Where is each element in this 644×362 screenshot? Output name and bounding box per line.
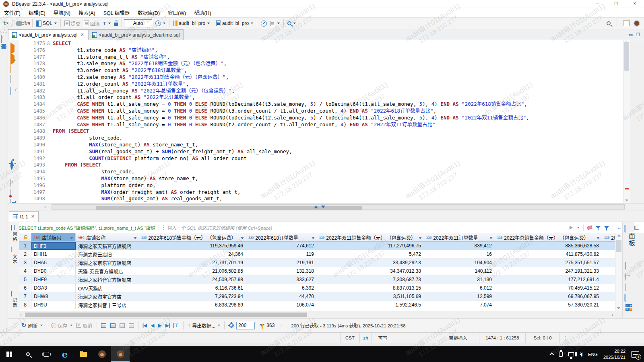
menu-item[interactable]: 文件(F) xyxy=(0,8,25,17)
row-number-cell[interactable]: 7 xyxy=(19,292,31,301)
rollback-button[interactable]: 回滚 xyxy=(82,19,101,28)
record-mode-icon[interactable] xyxy=(11,291,12,296)
grid-corner-cell[interactable] xyxy=(19,233,31,242)
dashboard-button[interactable] xyxy=(259,19,268,28)
grid-cell[interactable]: 411,875,430.82 xyxy=(495,250,602,259)
grid-cell[interactable]: 119,375,959.46 xyxy=(139,242,246,250)
browser-icon[interactable]: e xyxy=(56,346,74,362)
column-filter-icon[interactable] xyxy=(489,237,493,239)
grid-cell[interactable]: 177,212,691.4 xyxy=(495,276,602,284)
grid-cell[interactable]: 57,380,920.21 xyxy=(495,301,602,309)
disconnect-button[interactable]: ✕ xyxy=(27,19,30,28)
menu-item[interactable]: 搜索(A) xyxy=(74,8,99,17)
grid-cell[interactable]: 6,012 xyxy=(424,284,495,292)
grid-cell[interactable]: 8,837,013.15 xyxy=(317,284,424,292)
grid-cell[interactable]: 104,904 xyxy=(424,259,495,267)
editor-tab[interactable]: <audit_bi_pro> analysis_cleartime.sql xyxy=(88,29,184,40)
sash-restore-down[interactable] xyxy=(321,206,325,208)
refresh-button[interactable]: ↻ 刷新 xyxy=(19,322,45,329)
column-header[interactable]: ABC店铺编码 xyxy=(31,233,76,242)
execute-statement-button[interactable] xyxy=(10,45,14,52)
calc-panel-icon[interactable] xyxy=(625,284,626,291)
row-number-cell[interactable]: 3 xyxy=(19,259,31,267)
open-perspective-icon[interactable] xyxy=(623,21,630,26)
caret-position-status[interactable]: 1474 : 1 : 61258 xyxy=(479,333,525,343)
dbeaver-taskbar-icon[interactable] xyxy=(93,346,111,362)
maximize-button[interactable]: □ xyxy=(607,0,625,8)
grid-cell[interactable] xyxy=(602,292,615,301)
row-number-cell[interactable]: 5 xyxy=(19,276,31,284)
close-button[interactable]: × xyxy=(625,0,644,8)
clock-datetime[interactable]: 20:222025/10/21 xyxy=(603,348,625,360)
transaction-log-button[interactable]: T xyxy=(101,19,112,28)
taskbar-search-icon[interactable] xyxy=(19,346,37,362)
column-header[interactable]: 1232022年总销售金额（元） （包含运费） xyxy=(495,233,602,242)
grid-cell[interactable]: 5,472 xyxy=(317,250,424,259)
sql-code-editor[interactable]: 1475−SELECT1476 t1.store_code AS "店铺编码",… xyxy=(19,40,623,203)
grid-view-tab[interactable] xyxy=(11,225,12,230)
sql-templates-button[interactable] xyxy=(10,88,11,95)
result-tab[interactable]: t1 1 ✕ xyxy=(9,211,39,222)
quick-search-icon[interactable] xyxy=(607,21,611,25)
add-row-button[interactable] xyxy=(99,323,108,328)
execute-new-tab-button[interactable]: + xyxy=(10,56,14,63)
table-row[interactable]: 6DGA3OVV天猫店6,116,736.616,3928,837,013.15… xyxy=(19,284,615,292)
sql-editor-button[interactable]: SQL xyxy=(35,19,58,28)
grid-cell[interactable]: DHF3 xyxy=(31,242,76,250)
grid-cell[interactable] xyxy=(602,276,615,284)
grid-cell[interactable]: 885,366,628.58 xyxy=(495,242,602,250)
menu-item[interactable]: 数据库(D) xyxy=(134,8,164,17)
connect-button[interactable] xyxy=(14,19,24,28)
minimize-editor-icon[interactable]: ▭ xyxy=(629,32,633,37)
menu-item[interactable]: 导航(N) xyxy=(50,8,74,17)
grid-cell[interactable]: OVV天猫店 xyxy=(76,284,139,292)
grid-cell[interactable]: 海澜之家抖音十三号店 xyxy=(76,301,139,309)
network-profile-button[interactable] xyxy=(268,19,281,28)
menu-item[interactable]: 编辑(E) xyxy=(25,8,50,17)
grid-cell[interactable]: DH9U xyxy=(31,301,76,309)
duplicate-row-button[interactable] xyxy=(108,323,118,328)
grid-cell[interactable]: 70,459,415.12 xyxy=(495,284,602,292)
table-row[interactable]: 3DHA5海澜之家京东官方旗舰店27,731,701.19219,19133,4… xyxy=(19,259,615,267)
expand-filter-icon[interactable] xyxy=(159,225,164,230)
column-header[interactable]: 1232022年618销售金额（元） （包含运费） xyxy=(139,233,246,242)
grid-cell[interactable]: 海澜之家天猫官方旗舰店 xyxy=(76,242,139,250)
grid-cell[interactable]: 333,627 xyxy=(246,276,317,284)
fetch-page-button[interactable]: ⇣ xyxy=(171,323,181,328)
grid-cell[interactable]: DYB0 xyxy=(31,267,76,276)
dbeaver-perspective-icon[interactable] xyxy=(634,20,640,27)
row-number-cell[interactable]: 2 xyxy=(19,250,31,259)
grid-horizontal-scrollbar[interactable]: ‹› xyxy=(19,311,615,318)
maximize-results-icon[interactable] xyxy=(634,226,639,230)
grid-cell[interactable]: 132,318 xyxy=(246,267,317,276)
column-header[interactable]: 1232022年618订单数量 xyxy=(246,233,317,242)
grid-cell[interactable]: 24,364 xyxy=(139,250,246,259)
sash-restore-up[interactable] xyxy=(314,206,318,208)
grid-cell[interactable] xyxy=(602,242,615,250)
close-icon[interactable]: ✕ xyxy=(31,214,35,219)
column-filter-icon[interactable] xyxy=(419,237,422,239)
grid-cell[interactable]: 117,279,496.75 xyxy=(317,242,424,250)
table-row[interactable]: 8DH9U海澜之家抖音十三号店6,838,298.89106,0741,592,… xyxy=(19,301,615,309)
references-panel-icon[interactable]: −+×≡ xyxy=(625,304,633,311)
grid-cell[interactable]: 16 xyxy=(424,250,495,259)
grid-cell[interactable]: 海澜之家抖音官方旗舰店 xyxy=(76,276,139,284)
grid-cell[interactable]: 119 xyxy=(246,250,317,259)
grid-cell[interactable]: 6,392 xyxy=(246,284,317,292)
dbeaver-taskbar-icon-active[interactable] xyxy=(111,346,130,362)
grid-cell[interactable]: 海澜之家云店旧 xyxy=(76,250,139,259)
save-button[interactable]: ✓ 保存 xyxy=(49,322,74,329)
grid-cell[interactable]: 34,347,012.38 xyxy=(317,267,424,276)
export-data-button[interactable]: ↑ 导出数据... xyxy=(186,322,222,329)
new-connection-button[interactable]: + xyxy=(2,19,10,28)
row-number-cell[interactable]: 8 xyxy=(19,301,31,309)
grid-cell[interactable] xyxy=(602,301,615,309)
editor-tab[interactable]: <audit_bi_pro> analysis.sql✕ xyxy=(8,29,88,40)
editor-vertical-scrollbar[interactable] xyxy=(623,40,630,203)
grid-cell[interactable]: 12,599 xyxy=(424,292,495,301)
edit-cell-button[interactable] xyxy=(118,323,127,328)
first-row-button[interactable]: |◀ xyxy=(140,323,149,328)
grid-vertical-scrollbar[interactable] xyxy=(615,233,622,311)
back-icon[interactable]: ← xyxy=(617,224,622,230)
previous-row-button[interactable]: ◀ xyxy=(149,323,156,328)
